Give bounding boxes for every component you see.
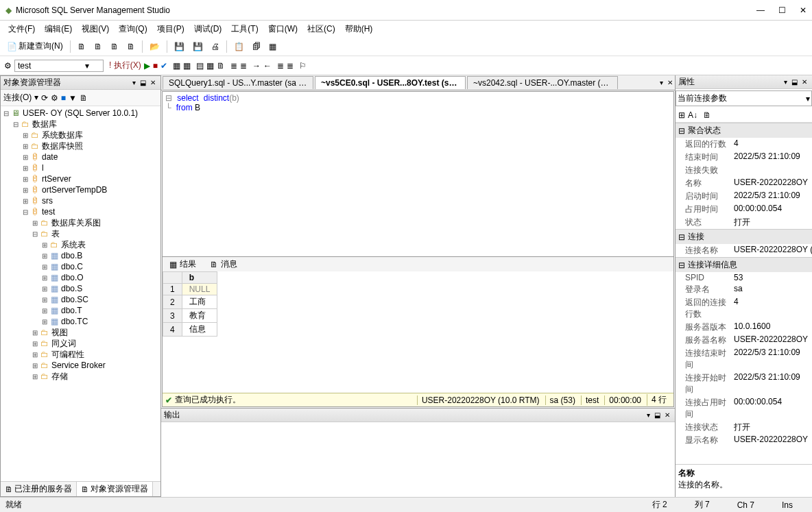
tool-icon[interactable]: 🗎 [91,40,105,53]
prop-category-conndetail[interactable]: ⊟ 连接详细信息 [676,257,812,272]
prop-category-connection[interactable]: ⊟ 连接 [676,229,812,244]
prop-row[interactable]: 返回的行数4 [676,138,812,151]
code-area[interactable]: ⊟ select distinct(b) └ from B [163,92,673,256]
cell[interactable]: 教育 [182,309,217,323]
tool-icon[interactable]: 📋 [231,40,247,53]
programmability-node[interactable]: 可编程性 [50,349,84,361]
server-node[interactable]: USER- OY (SQL Server 10.0.1) [21,108,138,118]
menu-debug[interactable]: 调试(D) [190,22,226,36]
tool-icon[interactable]: ▦ [266,40,279,53]
table-node[interactable]: dbo.SC [60,295,88,304]
tool-icon[interactable]: 🗎 [75,40,88,53]
tool-icon[interactable]: ■ [61,93,66,103]
db-node[interactable]: ortServerTempDB [40,185,107,195]
tab-messages[interactable]: 🗎 消息 [203,257,244,271]
output-body[interactable] [161,422,675,496]
db-node[interactable]: l [40,163,44,173]
tool-icon[interactable]: ⟳ [41,93,48,103]
db-node-test[interactable]: test [40,207,55,217]
tabs-menu-icon[interactable]: ▾ [658,79,665,86]
categorize-icon[interactable]: ⊞ [678,110,685,120]
object-tree[interactable]: ⊟🖥USER- OY (SQL Server 10.0.1) ⊟🗀数据库 ⊞🗀系… [1,106,160,481]
open-button[interactable]: 📂 [147,40,163,53]
save-button[interactable]: 💾 [171,40,187,53]
connect-button[interactable]: 连接(O) ▾ [3,92,38,103]
table-node[interactable]: dbo.S [60,284,82,293]
prop-category-aggregate[interactable]: ⊟ 聚合状态 [676,123,812,138]
doc-tab[interactable]: ~vs2042.sql - USER-...OY.master (sa (52)… [467,76,618,89]
service-broker-node[interactable]: Service Broker [50,361,106,370]
stop-button[interactable]: ■ [153,61,158,71]
menu-edit[interactable]: 编辑(E) [40,22,76,36]
menu-tools[interactable]: 工具(T) [227,22,262,36]
prop-row[interactable]: 状态打开 [676,216,812,229]
db-node[interactable]: date [40,152,58,162]
table-node[interactable]: dbo.C [60,262,83,271]
snapshot-node[interactable]: 数据库快照 [40,141,83,152]
tab-object-explorer[interactable]: 🗎 对象资源管理器 [77,482,153,496]
results-grid-button[interactable]: ▦ [206,61,214,71]
prop-row[interactable]: 结束时间2022/5/3 21:10:09 [676,151,812,164]
prop-row[interactable]: 服务器版本10.0.1600 [676,321,812,334]
panel-menu-icon[interactable]: ▾ [782,78,789,86]
properties-selector[interactable]: 当前连接参数▾ [676,90,812,106]
doc-tab-active[interactable]: ~vs5CE0.sql - USER...8OY.test (sa (53))* [315,76,466,89]
menu-project[interactable]: 项目(P) [153,22,189,36]
pin-icon[interactable]: ⬓ [138,79,148,86]
menu-window[interactable]: 窗口(W) [264,22,302,36]
prop-row[interactable]: 名称USER-20220228OY [676,177,812,190]
db-select[interactable]: test ▾ [14,60,104,72]
cell[interactable]: 信息 [182,323,217,337]
uncomment-button[interactable]: ≣ [240,61,247,71]
save-all-button[interactable]: 💾 [190,40,206,53]
cell[interactable]: 工商 [182,295,217,309]
prop-row[interactable]: 连接状态打开 [676,421,812,434]
tool-icon[interactable]: ⚙ [51,93,58,103]
storage-node[interactable]: 存储 [50,371,68,382]
comment-button[interactable]: ≣ [230,61,237,71]
prop-row[interactable]: 启动时间2022/5/3 21:10:09 [676,190,812,203]
table-node[interactable]: dbo.TC [60,317,88,326]
col-header[interactable]: b [182,272,217,284]
prop-row[interactable]: 连接开始时间2022/5/3 21:10:09 [676,371,812,396]
tab-results[interactable]: ▦ 结果 [163,257,203,271]
views-node[interactable]: 视图 [50,327,68,339]
new-query-button[interactable]: 📄 新建查询(N) [4,39,66,53]
sys-tables-node[interactable]: 系统表 [60,239,86,251]
close-icon[interactable]: ✕ [662,411,672,419]
menu-file[interactable]: 文件(F) [4,22,39,36]
sys-db-node[interactable]: 系统数据库 [40,130,83,141]
tool-icon[interactable]: 🗎 [124,40,138,53]
prop-row[interactable]: 连接失败 [676,164,812,177]
pin-icon[interactable]: ⬓ [652,411,662,419]
outdent-button[interactable]: ← [263,61,272,71]
close-button[interactable]: ✕ [800,5,807,15]
prop-row[interactable]: 连接名称USER-20220228OY ( [676,244,812,257]
results-text-button[interactable]: ▤ [196,61,204,71]
execute-button[interactable]: ! 执行(X) [109,60,141,71]
prop-row[interactable]: 服务器名称USER-20220228OY [676,334,812,347]
tool-icon[interactable]: ▦ [183,61,191,71]
prop-row[interactable]: 返回的连接行数4 [676,296,812,321]
filter-icon[interactable]: ▼ [69,93,77,103]
table-node[interactable]: dbo.O [60,273,84,282]
tab-registered-servers[interactable]: 🗎 已注册的服务器 [1,482,77,496]
prop-row[interactable]: SPID53 [676,272,812,283]
table-node[interactable]: dbo.B [60,251,82,260]
alpha-sort-icon[interactable]: A↓ [688,110,697,120]
prop-page-icon[interactable]: 🗎 [703,110,711,120]
close-doc-icon[interactable]: ✕ [665,79,675,86]
doc-tab[interactable]: SQLQuery1.sql - US...Y.master (sa (55)) [163,76,313,89]
tool-icon[interactable]: 🖨 [208,40,222,53]
minimize-button[interactable]: — [756,5,765,15]
menu-community[interactable]: 社区(C) [303,22,339,36]
db-node[interactable]: rtServer [40,174,71,184]
tool-icon[interactable]: ▦ [173,61,180,71]
pin-icon[interactable]: ⬓ [789,78,800,86]
indent-button[interactable]: → [252,61,261,71]
menu-help[interactable]: 帮助(H) [341,22,377,36]
prop-row[interactable]: 显示名称USER-20220228OY [676,434,812,447]
tool-icon[interactable]: 🗎 [108,40,121,53]
synonyms-node[interactable]: 同义词 [50,338,76,350]
prop-row[interactable]: 连接占用时间00:00:00.054 [676,396,812,421]
